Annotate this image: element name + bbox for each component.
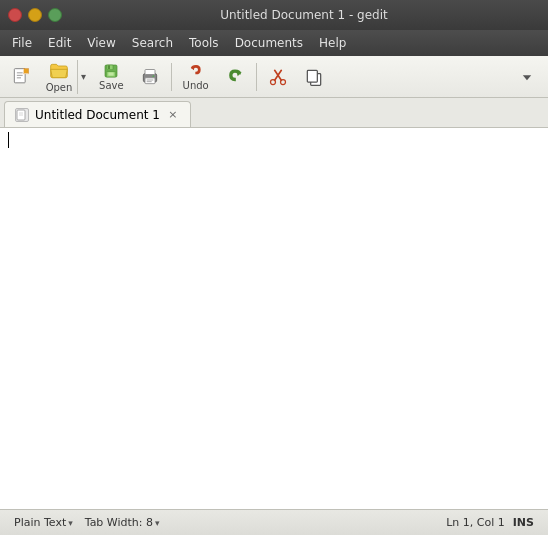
menu-help[interactable]: Help (311, 34, 354, 52)
copy-button[interactable] (297, 59, 331, 95)
open-main-button[interactable]: Open (41, 58, 77, 96)
toolbar: Open ▾ Save (0, 56, 548, 98)
open-dropdown-arrow[interactable]: ▾ (77, 60, 89, 94)
window-title: Untitled Document 1 - gedit (68, 8, 540, 22)
save-button[interactable]: Save (92, 59, 131, 95)
statusbar: Plain Text ▾ Tab Width: 8 ▾ Ln 1, Col 1 … (0, 509, 548, 535)
undo-label: Undo (183, 80, 209, 91)
redo-button[interactable] (218, 59, 252, 95)
svg-point-18 (152, 75, 154, 77)
cut-button[interactable] (261, 59, 295, 95)
open-folder-icon (49, 61, 69, 81)
open-button-group[interactable]: Open ▾ (40, 59, 90, 95)
svg-marker-20 (237, 71, 241, 76)
new-document-icon (11, 67, 31, 87)
menu-search[interactable]: Search (124, 34, 181, 52)
maximize-window-button[interactable] (48, 8, 62, 22)
editor-area[interactable] (0, 128, 548, 509)
undo-icon (186, 63, 206, 79)
tab-close-button[interactable]: × (166, 108, 180, 122)
text-editor[interactable] (0, 128, 548, 509)
menu-file[interactable]: File (4, 34, 40, 52)
svg-rect-10 (109, 65, 110, 69)
svg-marker-27 (523, 75, 531, 80)
svg-rect-5 (24, 68, 29, 73)
svg-rect-16 (146, 79, 153, 80)
svg-rect-12 (109, 72, 114, 75)
menu-documents[interactable]: Documents (227, 34, 311, 52)
tab-document-icon (15, 108, 29, 122)
undo-button[interactable]: Undo (176, 59, 216, 95)
more-icon (517, 67, 537, 87)
main-area: Open ▾ Save (0, 56, 548, 535)
cut-icon (268, 67, 288, 87)
insert-mode-indicator: INS (509, 515, 538, 530)
svg-rect-15 (145, 77, 155, 83)
new-button[interactable] (4, 59, 38, 95)
document-tab[interactable]: Untitled Document 1 × (4, 101, 191, 127)
close-window-button[interactable] (8, 8, 22, 22)
svg-rect-17 (146, 81, 151, 82)
cursor-position: Ln 1, Col 1 (446, 516, 505, 529)
menu-view[interactable]: View (79, 34, 123, 52)
open-label: Open (46, 82, 73, 93)
svg-rect-26 (307, 70, 317, 82)
language-selector[interactable]: Plain Text ▾ (10, 515, 77, 530)
menu-tools[interactable]: Tools (181, 34, 227, 52)
redo-icon (225, 67, 245, 87)
save-icon (101, 63, 121, 79)
language-chevron-icon: ▾ (68, 518, 73, 528)
more-button[interactable] (510, 59, 544, 95)
tab-width-chevron-icon: ▾ (155, 518, 160, 528)
language-label: Plain Text (14, 516, 66, 529)
menu-edit[interactable]: Edit (40, 34, 79, 52)
menubar: File Edit View Search Tools Documents He… (0, 30, 548, 56)
toolbar-separator-2 (256, 63, 257, 91)
svg-marker-19 (190, 66, 193, 70)
titlebar: Untitled Document 1 - gedit (0, 0, 548, 30)
tabbar: Untitled Document 1 × (0, 98, 548, 128)
minimize-window-button[interactable] (28, 8, 42, 22)
print-icon (140, 67, 160, 87)
save-label: Save (99, 80, 124, 91)
svg-rect-14 (145, 69, 155, 74)
tab-width-selector[interactable]: Tab Width: 8 ▾ (81, 515, 164, 530)
print-button[interactable] (133, 59, 167, 95)
svg-rect-9 (107, 65, 113, 70)
toolbar-separator-1 (171, 63, 172, 91)
tab-width-label: Tab Width: 8 (85, 516, 153, 529)
tab-label: Untitled Document 1 (35, 108, 160, 122)
svg-point-23 (270, 79, 275, 84)
text-cursor (8, 132, 9, 148)
svg-point-24 (280, 79, 285, 84)
copy-icon (304, 67, 324, 87)
